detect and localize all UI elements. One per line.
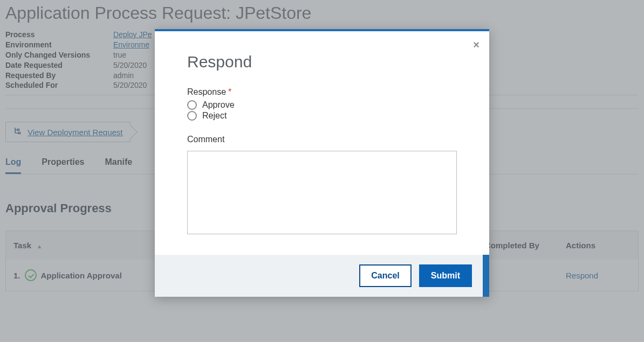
radio-approve-label: Approve — [202, 100, 235, 110]
response-field-label: Response * — [187, 87, 457, 97]
dialog-footer: Cancel Submit — [155, 255, 489, 297]
radio-reject-label: Reject — [202, 111, 227, 121]
radio-icon — [187, 111, 197, 121]
radio-icon — [187, 100, 197, 110]
radio-reject[interactable]: Reject — [187, 111, 457, 121]
dialog-title: Respond — [187, 53, 457, 71]
cancel-button[interactable]: Cancel — [359, 264, 411, 287]
comment-field-label: Comment — [187, 135, 457, 144]
radio-approve[interactable]: Approve — [187, 100, 457, 110]
close-icon[interactable]: × — [473, 39, 479, 51]
modal-overlay: × Respond Response * Approve Reject Comm… — [0, 0, 644, 342]
required-icon: * — [228, 87, 231, 97]
respond-dialog: × Respond Response * Approve Reject Comm… — [155, 29, 489, 297]
submit-button[interactable]: Submit — [419, 264, 472, 287]
comment-textarea[interactable] — [187, 151, 457, 234]
